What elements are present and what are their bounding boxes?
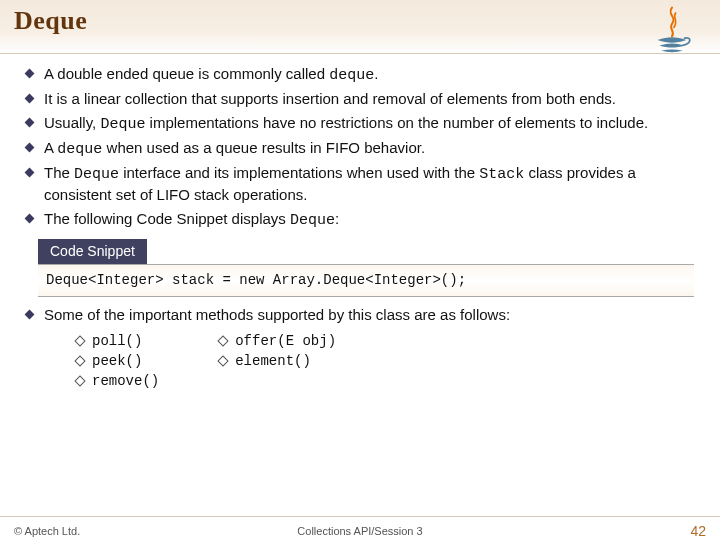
bullet-text: Usually, xyxy=(44,114,100,131)
slide-footer: © Aptech Ltd. Collections API/Session 3 … xyxy=(0,516,720,540)
bullet-item: A deque when used as a queue results in … xyxy=(44,138,704,160)
bullet-text: Some of the important methods supported … xyxy=(44,306,510,323)
bullet-item: Some of the important methods supported … xyxy=(44,305,704,325)
method-item: element() xyxy=(219,351,336,371)
methods-col: offer(E obj) element() xyxy=(219,331,336,392)
bullet-text: A xyxy=(44,139,57,156)
slide-header: Deque xyxy=(0,0,720,54)
bullet-text: A double ended queue is commonly called xyxy=(44,65,329,82)
footer-session: Collections API/Session 3 xyxy=(297,525,422,537)
method-item: offer(E obj) xyxy=(219,331,336,351)
footer-copyright: © Aptech Ltd. xyxy=(14,525,80,537)
bullet-mono: Deque xyxy=(74,166,119,183)
methods-columns: poll() peek() remove() offer(E obj) elem… xyxy=(76,331,704,392)
slide: Deque A double ended queue is commonly c… xyxy=(0,0,720,540)
bullet-mono: Deque xyxy=(100,116,145,133)
bullet-mono: deque xyxy=(329,67,374,84)
bullet-text: when used as a queue results in FIFO beh… xyxy=(102,139,425,156)
methods-col: poll() peek() remove() xyxy=(76,331,159,392)
code-snippet-block: Code Snippet Deque<Integer> stack = new … xyxy=(38,239,694,297)
bullet-mono: Stack xyxy=(479,166,524,183)
bullet-text: : xyxy=(335,210,339,227)
bullet-item: A double ended queue is commonly called … xyxy=(44,64,704,86)
bullet-mono: deque xyxy=(57,141,102,158)
method-item: remove() xyxy=(76,371,159,391)
slide-body: A double ended queue is commonly called … xyxy=(0,54,720,392)
bullet-text: The xyxy=(44,164,74,181)
bullet-text: The following Code Snippet displays xyxy=(44,210,290,227)
bullet-item: It is a linear collection that supports … xyxy=(44,89,704,109)
slide-title: Deque xyxy=(14,6,706,36)
bullet-item: The Deque interface and its implementati… xyxy=(44,163,704,206)
bullet-text: implementations have no restrictions on … xyxy=(145,114,648,131)
method-item: peek() xyxy=(76,351,159,371)
bullet-list: A double ended queue is commonly called … xyxy=(16,64,704,231)
page-number: 42 xyxy=(690,523,706,539)
bullet-text: interface and its implementations when u… xyxy=(119,164,479,181)
bullet-list: Some of the important methods supported … xyxy=(16,305,704,325)
code-snippet-label: Code Snippet xyxy=(38,239,147,264)
code-snippet-content: Deque<Integer> stack = new Array.Deque<I… xyxy=(38,264,694,297)
bullet-item: The following Code Snippet displays Dequ… xyxy=(44,209,704,231)
bullet-text: It is a linear collection that supports … xyxy=(44,90,616,107)
java-logo-icon xyxy=(642,4,702,58)
bullet-mono: Deque xyxy=(290,212,335,229)
method-item: poll() xyxy=(76,331,159,351)
bullet-text: . xyxy=(374,65,378,82)
bullet-item: Usually, Deque implementations have no r… xyxy=(44,113,704,135)
